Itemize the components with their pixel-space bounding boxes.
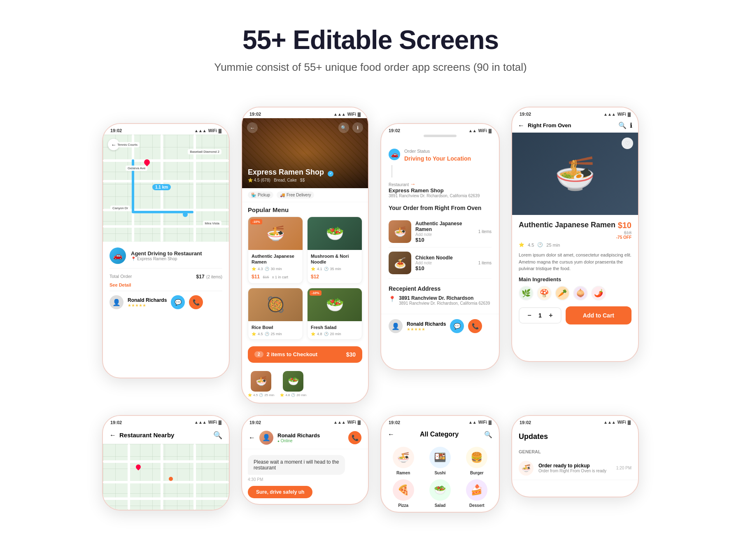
phone-food-detail: 19:02 ▲▲▲ WiFi ▓ ← Right From Oven 🔍 ℹ 🍜… <box>511 107 639 362</box>
cat-ramen[interactable]: 🍜 Ramen <box>387 447 419 475</box>
time-5: 19:02 <box>110 420 122 425</box>
menu-name-noodle: Mushroom & Nori Noodle <box>311 253 359 265</box>
menu-info-bowl: Rice Bowl ⭐4.5 🕐25 min <box>248 321 303 339</box>
nav-title: Right From Oven <box>528 122 571 128</box>
battery-icon: ▓ <box>219 128 221 133</box>
order-total: $17 <box>196 274 205 280</box>
delivery-icon: 🚚 <box>280 193 285 197</box>
quantity-control: − 1 + <box>519 307 562 324</box>
signal-icon-2: ▲▲▲ <box>333 112 346 117</box>
phone-order-status: 19:02 ▲▲ WiFi ▓ 🚗 Order Status Driving t… <box>380 123 500 370</box>
ingredient-4: 🧅 <box>573 286 588 301</box>
status-icons-8: ▲▲▲ WiFi ▓ <box>604 420 631 425</box>
update-desc-1: Order from Right From Oven is ready <box>538 469 611 473</box>
qty-minus-button[interactable]: − <box>524 310 534 320</box>
arrow-right-icon: → <box>410 181 416 187</box>
road-h2 <box>103 180 229 182</box>
food-detail-body: Authentic Japanese Ramen $10 $18 -75 OFF… <box>512 215 638 330</box>
back-icon[interactable]: ← <box>518 122 524 129</box>
food-rating-row: ⭐ 4.5 🕐 25 min <box>519 242 631 247</box>
order-status-body: 🚗 Order Status Driving to Your Location … <box>381 140 499 314</box>
see-detail-link[interactable]: See Detail <box>110 282 222 287</box>
wifi-icon-4: WiFi <box>618 112 626 117</box>
status-icons-2: ▲▲▲ WiFi ▓ <box>333 112 361 117</box>
nearby-pin-2 <box>169 477 173 481</box>
time-6: 19:02 <box>249 420 261 425</box>
pin-icon: 📍 <box>131 257 136 261</box>
ingredient-3: 🥕 <box>555 286 570 301</box>
message-button[interactable]: 💬 <box>171 295 185 309</box>
food-discount-badge: -75 OFF <box>616 235 631 240</box>
back-button[interactable]: ← <box>247 122 258 133</box>
heart-button[interactable]: ♡ <box>622 138 633 149</box>
back-icon-6[interactable]: ← <box>249 434 255 441</box>
cat-sushi[interactable]: 🍱 Sushi <box>424 447 456 475</box>
info-button[interactable]: ℹ <box>352 122 363 133</box>
time-2: 19:02 <box>249 112 261 117</box>
nav-search-icon[interactable]: 🔍 <box>618 121 627 129</box>
back-icon-7[interactable]: ← <box>388 431 394 438</box>
driver-stars-3: ★★★★★ <box>407 327 446 331</box>
driver-avatar: 🚗 <box>110 247 126 264</box>
ingredients-title: Main Ingredients <box>519 276 631 282</box>
notch <box>424 135 457 137</box>
cat-icon-burger: 🍔 <box>466 447 487 468</box>
menu-card-ramen[interactable]: 🍜 -10% Authentic Japanese Ramen ⭐4.3 🕐30… <box>248 217 303 284</box>
menu-card-bowl[interactable]: 🥘 Rice Bowl ⭐4.5 🕐25 min <box>248 288 303 340</box>
wifi-icon-5: WiFi <box>208 420 217 425</box>
back-icon-5[interactable]: ← <box>110 432 116 439</box>
mini-meta-1: ⭐ 4.5 🕐 25 min <box>248 393 274 397</box>
battery-icon-8: ▓ <box>628 420 631 425</box>
order-item-img-1: 🍜 <box>389 220 411 243</box>
mini-road-v1 <box>128 444 130 510</box>
star-icon-2: ⭐ <box>311 267 315 271</box>
chat-header: ← 👤 Ronald Richards ● Online 📞 <box>242 427 368 449</box>
driver-location: 📍 Express Ramen Shop <box>131 257 202 261</box>
pickup-tag: 🏪 Pickup <box>248 191 273 198</box>
signal-icon-6: ▲▲▲ <box>333 420 346 425</box>
nav-info-icon[interactable]: ℹ <box>630 121 632 129</box>
message-button-3[interactable]: 💬 <box>450 319 464 333</box>
category-title: All Category <box>420 431 459 438</box>
call-button[interactable]: 📞 <box>189 295 203 309</box>
chat-call-button[interactable]: 📞 <box>348 431 361 444</box>
cat-dessert[interactable]: 🍰 Dessert <box>461 479 493 508</box>
update-name-1: Order ready to pickup <box>538 463 611 469</box>
order-item-note-2: Add note <box>415 261 474 265</box>
order-item-ramen: 🍜 Authentic Japanese Ramen Add note $10 … <box>389 216 492 247</box>
distance-badge: 1.1 km <box>152 184 171 190</box>
menu-img-salad: 🥗 -10% <box>308 288 362 321</box>
call-button-3[interactable]: 📞 <box>468 319 482 333</box>
recipient-section: Recepient Address 📍 3891 Ranchview Dr. R… <box>389 285 492 306</box>
menu-card-salad[interactable]: 🥗 -10% Fresh Salad ⭐4.8 🕐20 min <box>307 288 362 340</box>
cat-label-salad: Salad <box>435 503 446 508</box>
chat-time: 4:30 PM <box>248 477 362 482</box>
signal-icon-7: ▲▲ <box>468 420 477 425</box>
menu-img-noodle: 🥗 <box>308 217 362 250</box>
menu-card-noodle[interactable]: 🥗 Mushroom & Nori Noodle ⭐4.1 🕐35 min $1… <box>307 217 362 284</box>
search-button[interactable]: 🔍 <box>338 122 349 133</box>
add-to-cart-button[interactable]: Add to Cart <box>566 306 631 324</box>
chat-reply-button[interactable]: Sure, drive safely uh <box>248 486 312 498</box>
checkout-price: $30 <box>346 351 356 358</box>
bowl-emoji: 🥘 <box>248 288 303 321</box>
cat-pizza[interactable]: 🍕 Pizza <box>387 479 419 508</box>
page-title: 55+ Editable Screens <box>0 25 741 55</box>
search-icon-7[interactable]: 🔍 <box>484 431 492 439</box>
cat-burger[interactable]: 🍔 Burger <box>461 447 493 475</box>
driver-title: Agent Driving to Restaurant <box>131 250 202 257</box>
mini-road-h2 <box>103 481 229 483</box>
qty-plus-button[interactable]: + <box>546 310 556 320</box>
mini-road-v2 <box>161 444 163 510</box>
checkout-bar[interactable]: 2 2 items to Checkout $30 <box>248 346 362 363</box>
cat-salad[interactable]: 🥗 Salad <box>424 479 456 508</box>
driver-photo-3: 👤 <box>389 319 403 333</box>
status-bar-5: 19:02 ▲▲▲ WiFi ▓ <box>103 416 229 427</box>
search-icon-5[interactable]: 🔍 <box>213 431 222 440</box>
cat-label-sushi: Sushi <box>434 471 445 475</box>
driver-photo: 👤 <box>110 295 124 309</box>
phone-chat: 19:02 ▲▲▲ WiFi ▓ ← 👤 Ronald Richards ● O… <box>241 415 369 505</box>
cat-icon-dessert: 🍰 <box>466 479 487 501</box>
pin-icon-2: 📍 <box>389 296 396 302</box>
mini-restaurant-row: 🍜 ⭐ 4.5 🕐 25 min 🥗 ⭐ 4.8 🕐 20 min <box>242 369 368 403</box>
